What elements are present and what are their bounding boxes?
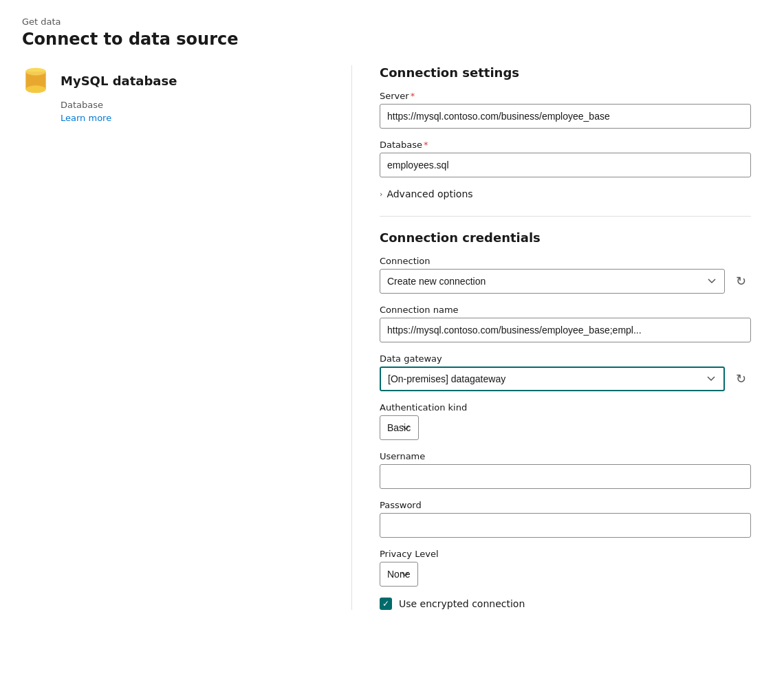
- password-field-group: Password: [380, 500, 751, 538]
- data-gateway-refresh-button[interactable]: ↻: [730, 369, 751, 389]
- username-field-group: Username: [380, 451, 751, 489]
- datasource-name: MySQL database: [61, 74, 177, 88]
- datasource-icon-row: MySQL database: [22, 65, 177, 96]
- auth-kind-dropdown[interactable]: Basic: [380, 415, 419, 440]
- data-gateway-dropdown-wrapper: [On-premises] datagateway ↻: [380, 367, 751, 391]
- breadcrumb: Get data: [22, 17, 751, 27]
- connection-settings-title: Connection settings: [380, 65, 751, 80]
- credentials-section: Connection credentials Connection Create…: [380, 230, 751, 610]
- left-panel: MySQL database Database Learn more: [22, 65, 352, 610]
- advanced-options-label: Advanced options: [386, 188, 472, 199]
- password-input[interactable]: [380, 513, 751, 538]
- svg-point-3: [25, 68, 45, 76]
- advanced-options-toggle[interactable]: › Advanced options: [380, 188, 751, 199]
- database-required: *: [424, 140, 428, 150]
- section-divider: [380, 216, 751, 217]
- connection-name-input[interactable]: [380, 318, 751, 342]
- connection-name-field-group: Connection name: [380, 305, 751, 342]
- privacy-level-field-group: Privacy Level None: [380, 549, 751, 587]
- server-input[interactable]: [380, 104, 751, 129]
- connection-dropdown[interactable]: Create new connection: [380, 269, 725, 294]
- database-label: Database*: [380, 140, 751, 150]
- password-label: Password: [380, 500, 751, 510]
- server-field-group: Server*: [380, 91, 751, 129]
- page-container: Get data Connect to data source: [0, 0, 773, 700]
- connection-name-label: Connection name: [380, 305, 751, 315]
- datasource-type: Database: [61, 100, 103, 110]
- auth-kind-field-group: Authentication kind Basic: [380, 402, 751, 440]
- data-gateway-label: Data gateway: [380, 353, 751, 364]
- credentials-title: Connection credentials: [380, 230, 751, 245]
- data-gateway-dropdown[interactable]: [On-premises] datagateway: [380, 367, 725, 391]
- content-area: MySQL database Database Learn more Conne…: [22, 65, 751, 610]
- privacy-level-label: Privacy Level: [380, 549, 751, 559]
- connection-label: Connection: [380, 256, 751, 266]
- database-input[interactable]: [380, 153, 751, 177]
- username-input[interactable]: [380, 464, 751, 489]
- username-label: Username: [380, 451, 751, 461]
- encrypted-connection-row: ✓ Use encrypted connection: [380, 598, 751, 610]
- use-encrypted-checkbox[interactable]: ✓: [380, 598, 392, 610]
- checkmark-icon: ✓: [382, 600, 389, 608]
- mysql-icon: [22, 65, 50, 96]
- right-panel: Connection settings Server* Database* › …: [352, 65, 751, 610]
- privacy-level-dropdown[interactable]: None: [380, 562, 418, 587]
- datasource-info: MySQL database Database Learn more: [22, 65, 324, 123]
- connection-dropdown-wrapper: Create new connection ↻: [380, 269, 751, 294]
- server-label: Server*: [380, 91, 751, 101]
- connection-field-group: Connection Create new connection ↻: [380, 256, 751, 294]
- chevron-right-icon: ›: [380, 190, 382, 199]
- auth-kind-label: Authentication kind: [380, 402, 751, 413]
- database-field-group: Database*: [380, 140, 751, 177]
- svg-point-2: [25, 85, 45, 93]
- server-required: *: [411, 91, 415, 101]
- learn-more-link[interactable]: Learn more: [61, 113, 111, 123]
- page-title: Connect to data source: [22, 30, 751, 49]
- use-encrypted-label: Use encrypted connection: [399, 598, 525, 609]
- connection-refresh-button[interactable]: ↻: [730, 271, 751, 292]
- data-gateway-field-group: Data gateway [On-premises] datagateway ↻: [380, 353, 751, 391]
